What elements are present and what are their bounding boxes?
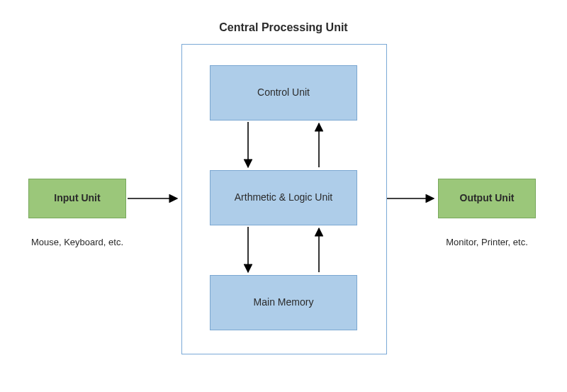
input-unit-box: Input Unit [28, 179, 126, 218]
control-unit-box: Control Unit [210, 65, 357, 121]
output-unit-box: Output Unit [438, 179, 536, 218]
output-unit-caption: Monitor, Printer, etc. [434, 237, 540, 247]
input-unit-caption: Mouse, Keyboard, etc. [24, 237, 130, 247]
main-memory-box: Main Memory [210, 275, 357, 330]
alu-box: Arthmetic & Logic Unit [210, 170, 357, 225]
diagram-title: Central Processing Unit [184, 21, 383, 34]
